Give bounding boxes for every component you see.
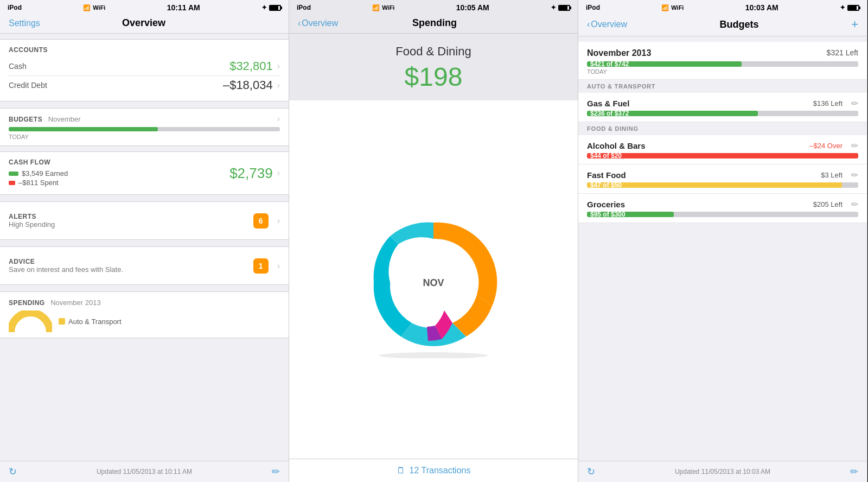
spent-item: –$811 Spent [9,179,229,187]
groceries-name: Groceries [587,200,625,209]
fast-food-bar-fill: $47 of $50 [587,182,842,188]
status-icons-1: ✦ [261,4,281,11]
footer-3: ↻ Updated 11/05/2013 at 10:03 AM ✏ [578,461,867,482]
panel-spending: iPod 📶 WiFi 10:05 AM ✦ ‹ Overview Spendi… [289,0,578,482]
credit-label: Credit Debt [9,81,47,90]
chart-shadow [379,352,488,358]
transactions-label: 12 Transactions [410,466,471,475]
category-name: Food & Dining [298,45,569,59]
gas-fuel-name: Gas & Fuel [587,99,629,108]
budgets-content: November 2013 $321 Left $421 of $742 TOD… [578,36,867,461]
groceries-bar-label: $95 of $300 [587,212,626,217]
refresh-icon-1[interactable]: ↻ [9,466,17,478]
budgets-bar-container [9,127,280,131]
transactions-bar[interactable]: 🗒 12 Transactions [289,459,578,482]
donut-chart-container: NOV [289,100,578,459]
gas-fuel-item[interactable]: Gas & Fuel $136 Left ✏ $236 of $372 [578,93,867,122]
budgets-bar-fill [9,127,158,131]
groceries-edit-icon[interactable]: ✏ [851,199,858,210]
alerts-section[interactable]: ALERTS High Spending 6 › [0,201,289,240]
gas-fuel-edit-icon[interactable]: ✏ [851,98,858,109]
cashflow-section[interactable]: CASH FLOW $3,549 Earned –$811 Spent $2,7… [0,151,289,195]
battery-1 [269,5,281,11]
time-1: 10:11 AM [167,3,200,12]
alcohol-bars-name: Alcohol & Bars [587,141,646,150]
donut-center-label: NOV [423,277,444,288]
today-label-budgets: TODAY [9,134,280,140]
legend-dot-auto [59,318,65,325]
page-title-2: Spending [412,17,457,29]
back-button-3[interactable]: ‹ Overview [587,20,627,29]
spent-label: –$811 Spent [18,179,59,187]
refresh-icon-3[interactable]: ↻ [587,466,595,478]
battery-3 [847,5,859,11]
chevron-icon: › [277,61,280,71]
cash-row[interactable]: Cash $32,801 › [9,57,280,76]
alerts-title: ALERTS [9,213,253,220]
alcohol-bars-edit-icon[interactable]: ✏ [851,141,858,151]
segment-cyan-left2 [374,236,398,282]
gas-fuel-bar-fill: $236 of $372 [587,111,758,116]
overview-content: ACCOUNTS Cash $32,801 › Credit Debt –$18… [0,34,289,461]
alcohol-bars-bar-fill: $44 of $20 [587,153,858,158]
chevron-icon-2: › [277,80,280,90]
footer-1: ↻ Updated 11/05/2013 at 10:11 AM ✏ [0,461,289,482]
cashflow-chevron: › [277,168,280,178]
spent-dot [9,181,15,185]
spending-month: November 2013 [50,299,101,307]
carrier-1: iPod [8,4,22,11]
fast-food-bar-wrap: $47 of $50 [587,182,858,188]
fast-food-item[interactable]: Fast Food $3 Left ✏ $47 of $50 [578,164,867,194]
spending-preview: Auto & Transport [9,310,280,332]
budgets-chevron: › [277,114,280,124]
november-bar-wrap: $421 of $742 [587,61,858,67]
status-icons-3: ✦ [840,4,859,11]
groceries-item[interactable]: Groceries $205 Left ✏ $95 of $300 [578,194,867,223]
november-today: TODAY [587,68,858,75]
alcohol-bars-item[interactable]: Alcohol & Bars –$24 Over ✏ $44 of $20 [578,135,867,164]
november-overall[interactable]: November 2013 $321 Left $421 of $742 TOD… [578,42,867,80]
groceries-bar-wrap: $95 of $300 [587,212,858,217]
footer-updated-3: Updated 11/05/2013 at 10:03 AM [675,468,770,475]
edit-icon-1[interactable]: ✏ [272,466,280,478]
credit-row[interactable]: Credit Debt –$18,034 › [9,76,280,94]
fast-food-bar-label: $47 of $50 [587,182,622,188]
add-budget-button[interactable]: + [851,17,858,31]
bluetooth-icon-2: ✦ [551,4,556,11]
cashflow-value: $2,739 [229,165,273,182]
groceries-bar-fill: $95 of $300 [587,212,674,217]
fast-food-status: $3 Left [821,171,843,179]
fast-food-edit-icon[interactable]: ✏ [851,170,858,180]
page-title-3: Budgets [720,19,759,30]
settings-button[interactable]: Settings [9,18,40,28]
segment-cyan-left [374,282,412,337]
cash-value: $32,801 [229,59,273,73]
back-button-2[interactable]: ‹ Overview [298,18,338,28]
advice-section[interactable]: ADVICE Save on interest and fees with Sl… [0,246,289,285]
accounts-header: ACCOUNTS [9,46,280,54]
edit-icon-3[interactable]: ✏ [850,466,858,478]
spending-legend: Auto & Transport [59,318,122,326]
cashflow-header: CASH FLOW [9,158,229,166]
alcohol-bars-bar-wrap: $44 of $20 [587,153,858,158]
budgets-overview-header: BUDGETS [9,116,42,123]
footer-updated-1: Updated 11/05/2013 at 10:11 AM [97,468,192,475]
advice-badge: 1 [253,258,269,274]
alcohol-bars-status: –$24 Over [809,142,843,150]
status-bar-1: iPod 📶 WiFi 10:11 AM ✦ [0,0,289,14]
november-status: $321 Left [827,48,858,58]
budgets-overview-section[interactable]: BUDGETS November › TODAY [0,108,289,146]
alcohol-bars-bar-label: $44 of $20 [587,153,622,158]
spending-half-donut [9,310,52,332]
time-2: 10:05 AM [456,3,489,12]
spending-overview-section[interactable]: SPENDING November 2013 Auto & Transport [0,291,289,338]
auto-transport-divider: AUTO & TRANSPORT [578,80,867,93]
gas-fuel-bar-label: $236 of $372 [587,111,629,116]
advice-sub: Save on interest and fees with Slate. [9,265,253,274]
alerts-sub: High Spending [9,220,253,229]
bluetooth-icon-3: ✦ [840,4,845,11]
gas-fuel-bar-wrap: $236 of $372 [587,111,858,116]
time-3: 10:03 AM [745,3,778,12]
earned-label: $3,549 Earned [22,169,68,177]
november-title: November 2013 [587,48,651,58]
